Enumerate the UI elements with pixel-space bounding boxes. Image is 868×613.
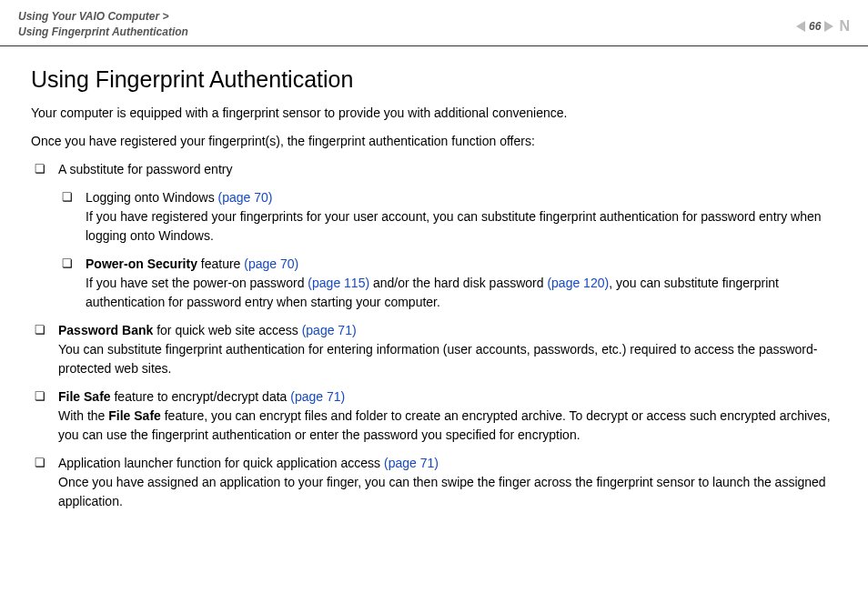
page-header: Using Your VAIO Computer > Using Fingerp… bbox=[0, 0, 868, 46]
feature-list: A substitute for password entry Logging … bbox=[31, 160, 837, 511]
item-text: feature bbox=[197, 256, 244, 271]
list-item: Power-on Security feature (page 70) If y… bbox=[58, 255, 837, 312]
item-text: Application launcher function for quick … bbox=[58, 456, 384, 470]
sub-list: Logging onto Windows (page 70) If you ha… bbox=[58, 188, 837, 312]
page-title: Using Fingerprint Authentication bbox=[31, 66, 837, 93]
n-label: N bbox=[839, 18, 850, 35]
page-content: Using Fingerprint Authentication Your co… bbox=[0, 46, 868, 511]
breadcrumb-line2: Using Fingerprint Authentication bbox=[18, 25, 188, 40]
item-desc: You can substitute fingerprint authentic… bbox=[58, 340, 837, 378]
item-text: Logging onto Windows bbox=[86, 190, 218, 205]
item-text: for quick web site access bbox=[153, 323, 301, 337]
next-page-icon[interactable] bbox=[824, 21, 833, 32]
page-link[interactable]: (page 71) bbox=[302, 323, 357, 337]
intro-1: Your computer is equipped with a fingerp… bbox=[31, 104, 837, 123]
item-bold: Power-on Security bbox=[86, 256, 197, 271]
page-link[interactable]: (page 71) bbox=[290, 389, 345, 404]
page-number: 66 bbox=[809, 20, 821, 33]
page-link[interactable]: (page 70) bbox=[218, 190, 273, 205]
page-link[interactable]: (page 71) bbox=[384, 456, 439, 470]
list-item: Logging onto Windows (page 70) If you ha… bbox=[58, 188, 837, 246]
list-item: Application launcher function for quick … bbox=[31, 454, 837, 511]
item-text: A substitute for password entry bbox=[58, 162, 232, 176]
item-desc: If you have set the power-on password (p… bbox=[86, 274, 837, 312]
page-link[interactable]: (page 70) bbox=[244, 256, 298, 271]
prev-page-icon[interactable] bbox=[796, 21, 805, 32]
item-desc: Once you have assigned an application to… bbox=[58, 473, 837, 511]
item-desc: If you have registered your fingerprints… bbox=[86, 207, 837, 246]
breadcrumb-line1: Using Your VAIO Computer > bbox=[18, 10, 168, 23]
page-link[interactable]: (page 115) bbox=[308, 276, 369, 290]
breadcrumb: Using Your VAIO Computer > Using Fingerp… bbox=[18, 9, 188, 40]
page-nav: 66 N bbox=[796, 18, 850, 35]
item-desc: With the File Safe feature, you can encr… bbox=[58, 407, 837, 445]
list-item: Password Bank for quick web site access … bbox=[31, 321, 837, 378]
intro-2: Once you have registered your fingerprin… bbox=[31, 132, 837, 151]
item-bold: File Safe bbox=[58, 389, 111, 404]
item-bold: Password Bank bbox=[58, 323, 153, 337]
page-link[interactable]: (page 120) bbox=[547, 276, 609, 290]
list-item: File Safe feature to encrypt/decrypt dat… bbox=[31, 387, 837, 445]
item-text: feature to encrypt/decrypt data bbox=[111, 389, 291, 404]
list-item: A substitute for password entry Logging … bbox=[31, 160, 837, 312]
